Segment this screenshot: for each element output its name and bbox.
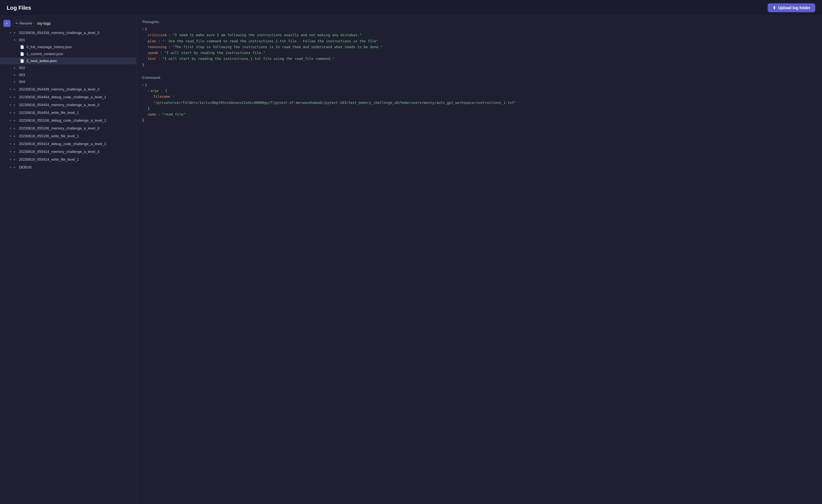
subfolder-003-row[interactable]: 003 bbox=[0, 71, 136, 78]
command-toggle[interactable] bbox=[142, 82, 144, 87]
folder-row-10[interactable]: + 20230616_055414_memory_challenge_a_lev… bbox=[0, 148, 136, 155]
chevron-folder-11 bbox=[14, 158, 18, 161]
add-folder-9-button[interactable]: + bbox=[8, 141, 13, 146]
chevron-003 bbox=[14, 73, 18, 76]
plan-row: plan : "- Use the read_file command to r… bbox=[142, 38, 816, 44]
add-folder-2-button[interactable]: + bbox=[8, 87, 13, 92]
content-panel: Thoughts { criticism : "I need to make s… bbox=[136, 16, 822, 504]
chevron-folder-7 bbox=[14, 127, 18, 130]
subfolder-001-row[interactable]: 001 bbox=[0, 36, 136, 43]
file-row-1[interactable]: 📄 1_current_context.json bbox=[0, 50, 136, 57]
top-bar: ✓ ✏ Rename my-logs bbox=[0, 18, 136, 29]
folder-row-5[interactable]: + 20230616_054454_write_file_level_1 bbox=[0, 109, 136, 116]
file-1-label: 1_current_context.json bbox=[26, 52, 63, 56]
subfolder-001-label: 001 bbox=[19, 38, 25, 42]
filename-val-row: "/private/var/folders/1x/cvc0bpt93vx2mcw… bbox=[142, 100, 816, 106]
command-toggle-row: { bbox=[142, 82, 816, 88]
folder-12-label: DEBUG bbox=[19, 165, 32, 169]
add-folder-5-button[interactable]: + bbox=[8, 110, 13, 115]
folder-3-label: 20230616_054454_debug_code_challenge_a_l… bbox=[19, 95, 106, 99]
name-row: name : "read_file" bbox=[142, 111, 816, 117]
thoughts-toggle[interactable] bbox=[142, 26, 144, 31]
filename-row: filename : bbox=[142, 94, 816, 99]
reasoning-row: reasoning : "The first step in following… bbox=[142, 44, 816, 50]
thoughts-section-header: Thoughts bbox=[136, 16, 822, 26]
upload-log-folder-button[interactable]: ⬆ Upload log folder bbox=[768, 3, 815, 12]
add-folder-8-button[interactable]: + bbox=[8, 133, 13, 138]
chevron-folder-9 bbox=[14, 142, 18, 145]
folder-6-label: 20230616_055106_debug_code_challenge_a_l… bbox=[19, 118, 106, 123]
file-icon-0: 📄 bbox=[20, 45, 24, 49]
subfolder-004-row[interactable]: 004 bbox=[0, 78, 136, 85]
main-layout: ✓ ✏ Rename my-logs + 20230616_054339_mem… bbox=[0, 16, 822, 504]
chevron-folder-6 bbox=[14, 119, 18, 122]
root-folder-label: my-logs bbox=[37, 21, 51, 26]
chevron-001 bbox=[14, 38, 18, 41]
add-folder-1-button[interactable]: + bbox=[8, 30, 13, 35]
command-section-header: Command bbox=[136, 72, 822, 81]
add-folder-4-button[interactable]: + bbox=[8, 102, 13, 107]
thoughts-json: { criticism : "I need to make sure I am … bbox=[136, 26, 822, 72]
rename-button[interactable]: ✏ Rename bbox=[13, 20, 35, 26]
folder-5-label: 20230616_054454_write_file_level_1 bbox=[19, 111, 79, 115]
add-folder-3-button[interactable]: + bbox=[8, 94, 13, 99]
folder-9-label: 20230616_055414_debug_code_challenge_a_l… bbox=[19, 142, 106, 146]
chevron-002 bbox=[14, 66, 18, 69]
add-folder-12-button[interactable]: + bbox=[8, 165, 13, 170]
folder-row-6[interactable]: + 20230616_055106_debug_code_challenge_a… bbox=[0, 116, 136, 124]
chevron-folder-8 bbox=[14, 134, 18, 138]
thoughts-toggle-row: { bbox=[142, 26, 816, 32]
chevron-004 bbox=[14, 80, 18, 83]
checkmark-button[interactable]: ✓ bbox=[3, 20, 11, 27]
chevron-folder-5 bbox=[14, 111, 18, 114]
text-row: text : "I will start by reading the inst… bbox=[142, 56, 816, 62]
page-title: Log Files bbox=[7, 5, 31, 11]
folder-row-1[interactable]: + 20230616_054339_memory_challenge_a_lev… bbox=[0, 29, 136, 36]
folder-row-11[interactable]: + 20230616_055414_write_file_level_1 bbox=[0, 155, 136, 163]
file-0-label: 0_full_message_history.json bbox=[26, 45, 72, 49]
chevron-folder-2 bbox=[14, 88, 18, 91]
folder-row-8[interactable]: + 20230616_055106_write_file_level_1 bbox=[0, 132, 136, 140]
upload-icon: ⬆ bbox=[773, 6, 776, 10]
add-folder-10-button[interactable]: + bbox=[8, 149, 13, 154]
add-folder-7-button[interactable]: + bbox=[8, 126, 13, 131]
args-toggle-row: args : { bbox=[142, 88, 816, 94]
subfolder-002-row[interactable]: 002 bbox=[0, 64, 136, 71]
speak-row: speak : "I will start by reading the ins… bbox=[142, 50, 816, 56]
args-close: } bbox=[142, 106, 816, 111]
chevron-folder-10 bbox=[14, 150, 18, 153]
folder-2-label: 20230616_054409_memory_challenge_a_level… bbox=[19, 87, 99, 91]
file-2-label: 2_next_action.json bbox=[26, 59, 57, 63]
add-folder-11-button[interactable]: + bbox=[8, 157, 13, 162]
folder-11-label: 20230616_055414_write_file_level_1 bbox=[19, 157, 79, 162]
chevron-folder-4 bbox=[14, 103, 18, 106]
criticism-row: criticism : "I need to make sure I am fo… bbox=[142, 32, 816, 38]
folder-item-1: + 20230616_054339_memory_challenge_a_lev… bbox=[0, 29, 136, 85]
chevron-folder-1 bbox=[14, 31, 18, 34]
chevron-folder-12 bbox=[14, 166, 18, 169]
folder-row-4[interactable]: + 20230616_054454_memory_challenge_a_lev… bbox=[0, 101, 136, 109]
folder-row-3[interactable]: + 20230616_054454_debug_code_challenge_a… bbox=[0, 93, 136, 101]
folder-7-label: 20230616_055106_memory_challenge_a_level… bbox=[19, 126, 99, 130]
folder-row-12[interactable]: + DEBUG bbox=[0, 163, 136, 171]
sidebar: ✓ ✏ Rename my-logs + 20230616_054339_mem… bbox=[0, 16, 136, 504]
folder-row-2[interactable]: + 20230616_054409_memory_challenge_a_lev… bbox=[0, 85, 136, 93]
file-row-0[interactable]: 📄 0_full_message_history.json bbox=[0, 43, 136, 50]
add-folder-6-button[interactable]: + bbox=[8, 118, 13, 123]
args-toggle[interactable] bbox=[148, 88, 149, 93]
subfolder-003-label: 003 bbox=[19, 73, 25, 77]
subfolder-004-label: 004 bbox=[19, 80, 25, 84]
file-row-2[interactable]: 📄 2_next_action.json bbox=[0, 57, 136, 64]
subfolder-002-label: 002 bbox=[19, 66, 25, 70]
folder-row-7[interactable]: + 20230616_055106_memory_challenge_a_lev… bbox=[0, 124, 136, 132]
file-icon-2: 📄 bbox=[20, 59, 24, 63]
rename-icon: ✏ bbox=[16, 21, 18, 25]
thoughts-close-brace: } bbox=[142, 62, 816, 68]
chevron-folder-3 bbox=[14, 96, 18, 99]
folder-10-label: 20230616_055414_memory_challenge_a_level… bbox=[19, 150, 99, 154]
folder-8-label: 20230616_055106_write_file_level_1 bbox=[19, 134, 79, 138]
folder-row-9[interactable]: + 20230616_055414_debug_code_challenge_a… bbox=[0, 140, 136, 148]
folder-1-label: 20230616_054339_memory_challenge_a_level… bbox=[19, 31, 99, 35]
command-close-brace: } bbox=[142, 117, 816, 123]
header: Log Files ⬆ Upload log folder bbox=[0, 0, 822, 16]
